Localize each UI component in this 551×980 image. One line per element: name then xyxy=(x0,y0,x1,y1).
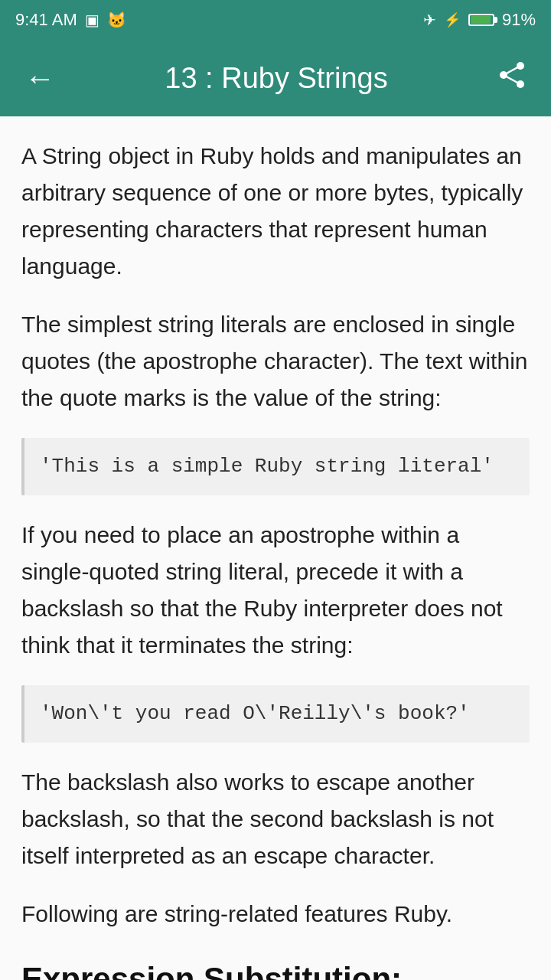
app-bar: ← 13 : Ruby Strings xyxy=(0,40,551,116)
section-heading-1: Expression Substitution: xyxy=(21,954,530,980)
status-right: ✈ ⚡ 91% xyxy=(423,10,536,30)
sim-icon: ▣ xyxy=(85,11,99,29)
svg-line-3 xyxy=(504,66,520,75)
time-display: 9:41 AM xyxy=(15,10,77,30)
paragraph-3: If you need to place an apostrophe withi… xyxy=(21,517,530,664)
paragraph-4: The backslash also works to escape anoth… xyxy=(21,764,530,874)
svg-line-4 xyxy=(504,75,520,84)
status-left: 9:41 AM ▣ 🐱 xyxy=(15,10,126,30)
status-bar: 9:41 AM ▣ 🐱 ✈ ⚡ 91% xyxy=(0,0,551,40)
battery-percent: 91% xyxy=(502,10,536,30)
charging-icon: ⚡ xyxy=(444,11,461,28)
airplane-icon: ✈ xyxy=(423,11,436,29)
cat-icon: 🐱 xyxy=(107,11,126,29)
paragraph-5: Following are string-related features Ru… xyxy=(21,896,530,933)
code-block-2: 'Won\'t you read O\'Reilly\'s book?' xyxy=(21,685,530,743)
back-button[interactable]: ← xyxy=(18,57,61,100)
battery-icon xyxy=(468,14,494,26)
paragraph-2: The simplest string literals are enclose… xyxy=(21,306,530,416)
paragraph-1: A String object in Ruby holds and manipu… xyxy=(21,138,530,285)
page-title: 13 : Ruby Strings xyxy=(77,62,476,95)
share-button[interactable] xyxy=(491,54,533,103)
code-block-1: 'This is a simple Ruby string literal' xyxy=(21,438,530,495)
content-area: A String object in Ruby holds and manipu… xyxy=(0,116,551,980)
